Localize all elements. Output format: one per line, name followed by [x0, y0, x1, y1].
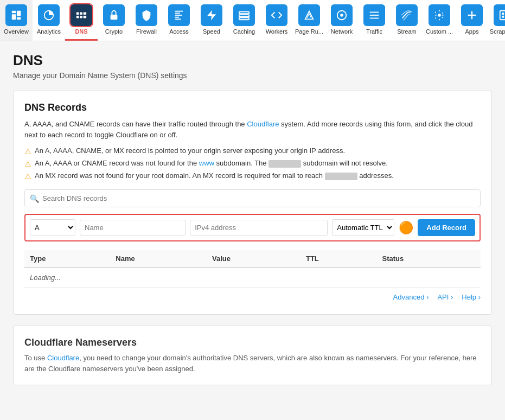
nav-icon-access	[168, 4, 190, 26]
col-name: Name	[110, 250, 207, 268]
record-value-input[interactable]	[190, 220, 328, 236]
col-value: Value	[207, 250, 301, 268]
nav-label-workers: Workers	[266, 28, 288, 35]
nav-icon-network	[331, 4, 353, 26]
search-icon: 🔍	[30, 194, 39, 203]
nav-item-speed[interactable]: Speed	[195, 0, 228, 41]
svg-rect-26	[370, 12, 379, 13]
svg-rect-32	[500, 11, 505, 20]
nav-item-workers[interactable]: Workers	[260, 0, 293, 41]
nav-item-custom[interactable]: Custom ...	[423, 0, 456, 41]
ttl-select-wrapper: Automatic TTL 2 min 5 min 10 min 15 min …	[332, 219, 394, 236]
help-link[interactable]: Help	[462, 293, 481, 301]
nav-label-traffic: Traffic	[366, 28, 382, 35]
top-navigation: OverviewAnalyticsDNSCryptoFirewallAccess…	[0, 0, 505, 41]
dns-records-title: DNS Records	[24, 102, 481, 113]
svg-marker-21	[305, 11, 314, 20]
nav-item-caching[interactable]: Caching	[228, 0, 260, 41]
page-title: DNS	[13, 52, 492, 69]
dns-records-description: A, AAAA, and CNAME records can have thei…	[24, 119, 481, 140]
nav-icon-pageru	[298, 4, 320, 26]
alert-3: ⚠ An MX record was not found for your ro…	[24, 171, 481, 181]
nav-label-pageru: Page Ru...	[295, 28, 323, 35]
nav-item-traffic[interactable]: Traffic	[358, 0, 391, 41]
advanced-link[interactable]: Advanced	[393, 293, 429, 301]
nav-label-access: Access	[169, 28, 188, 35]
svg-rect-12	[175, 11, 183, 12]
svg-rect-2	[17, 11, 21, 16]
svg-rect-20	[239, 18, 249, 20]
warning-icon-2: ⚠	[24, 160, 31, 168]
svg-rect-9	[80, 16, 82, 18]
svg-rect-8	[76, 16, 79, 18]
svg-rect-15	[175, 17, 179, 18]
loading-text: Loading...	[24, 268, 481, 288]
nav-icon-scrape	[494, 4, 505, 26]
col-status: Status	[376, 250, 481, 268]
nav-icon-dns	[71, 4, 92, 26]
col-type: Type	[24, 250, 110, 268]
nameservers-description: To use Cloudflare, you need to change yo…	[24, 353, 481, 374]
nav-icon-analytics	[38, 4, 60, 26]
svg-rect-33	[502, 12, 504, 15]
nav-icon-caching	[233, 4, 255, 26]
dns-table-header-row: Type Name Value TTL Status	[24, 250, 481, 268]
nameservers-title: Cloudflare Nameservers	[24, 337, 481, 348]
svg-marker-17	[207, 10, 216, 20]
cloudflare-toggle-icon[interactable]: 🟠	[399, 221, 413, 235]
nav-item-analytics[interactable]: Analytics	[33, 0, 65, 41]
svg-rect-19	[239, 15, 249, 17]
svg-rect-0	[12, 11, 16, 14]
add-record-row: A AAAA CNAME MX TXT NS SRV LOC SPF CAA C…	[24, 214, 481, 241]
svg-rect-10	[84, 16, 87, 18]
nav-item-firewall[interactable]: Firewall	[130, 0, 163, 41]
alert-text-3: An MX record was not found for your root…	[35, 171, 394, 180]
main-content: DNS Manage your Domain Name System (DNS)…	[0, 41, 505, 407]
nav-label-custom: Custom ...	[426, 28, 453, 35]
warning-icon-3: ⚠	[24, 172, 31, 181]
nav-item-overview[interactable]: Overview	[0, 0, 33, 41]
nav-icon-crypto	[103, 4, 125, 26]
svg-rect-18	[239, 12, 249, 14]
api-link[interactable]: API	[437, 293, 453, 301]
nav-icon-firewall	[136, 4, 157, 26]
nav-label-crypto: Crypto	[105, 28, 123, 35]
nav-label-overview: Overview	[4, 28, 29, 35]
nav-item-network[interactable]: Network	[325, 0, 358, 41]
nav-item-scrape[interactable]: Scrape S...	[488, 0, 505, 41]
nav-icon-custom	[429, 4, 450, 26]
nav-label-stream: Stream	[397, 28, 416, 35]
nav-label-analytics: Analytics	[37, 28, 61, 35]
search-wrapper: 🔍	[24, 189, 481, 207]
nav-label-speed: Speed	[203, 28, 220, 35]
add-record-button[interactable]: Add Record	[418, 219, 475, 236]
nav-icon-speed	[201, 4, 222, 26]
search-input[interactable]	[24, 189, 481, 207]
nav-icon-apps	[461, 4, 483, 26]
nav-item-dns[interactable]: DNS	[65, 0, 98, 41]
svg-rect-13	[175, 12, 180, 14]
dns-table-header: Type Name Value TTL Status	[24, 250, 481, 268]
svg-rect-6	[80, 12, 82, 15]
table-footer-links: Advanced API Help	[24, 288, 481, 303]
nav-item-access[interactable]: Access	[163, 0, 195, 41]
nav-label-firewall: Firewall	[136, 28, 157, 35]
nav-label-caching: Caching	[233, 28, 255, 35]
nav-label-scrape: Scrape S...	[490, 28, 505, 35]
nav-item-pageru[interactable]: Page Ru...	[293, 0, 325, 41]
svg-rect-28	[370, 18, 379, 19]
svg-rect-35	[502, 16, 504, 18]
alert-text-2: An A, AAAA or CNAME record was not found…	[35, 159, 388, 168]
record-name-input[interactable]	[80, 220, 186, 236]
nav-item-crypto[interactable]: Crypto	[98, 0, 130, 41]
warning-icon-1: ⚠	[24, 147, 31, 156]
nav-icon-stream	[396, 4, 418, 26]
nav-item-apps[interactable]: Apps	[456, 0, 488, 41]
record-type-select[interactable]: A AAAA CNAME MX TXT NS SRV LOC SPF CAA C…	[30, 220, 75, 236]
type-select-wrapper: A AAAA CNAME MX TXT NS SRV LOC SPF CAA C…	[30, 219, 75, 236]
ttl-select[interactable]: Automatic TTL 2 min 5 min 10 min 15 min …	[333, 220, 394, 236]
svg-rect-5	[76, 12, 79, 15]
svg-rect-3	[17, 17, 21, 20]
alert-1: ⚠ An A, AAAA, CNAME, or MX record is poi…	[24, 147, 481, 156]
nav-item-stream[interactable]: Stream	[391, 0, 423, 41]
